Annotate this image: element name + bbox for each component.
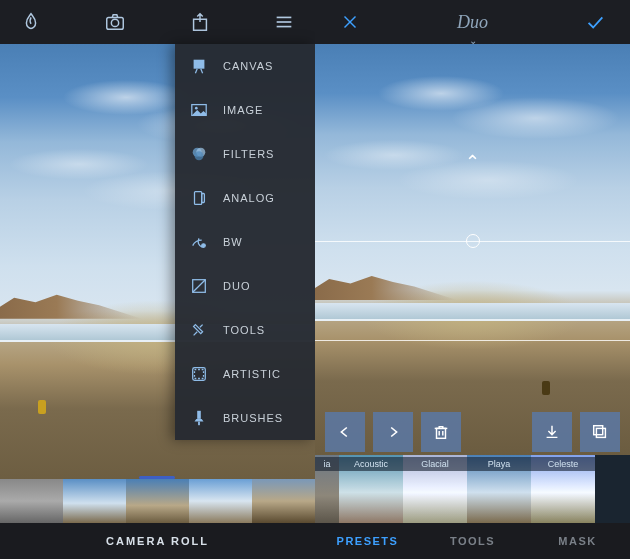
- right-photo-viewport[interactable]: ⌃: [315, 44, 630, 455]
- left-bottom-bar[interactable]: CAMERA ROLL: [0, 523, 315, 559]
- menu-label: IMAGE: [223, 104, 263, 116]
- camera-roll-thumbstrip[interactable]: [0, 479, 315, 523]
- share-icon[interactable]: [181, 3, 219, 41]
- thumb[interactable]: [63, 479, 126, 523]
- camera-icon[interactable]: [96, 3, 134, 41]
- menu-item-bw[interactable]: BW: [175, 220, 315, 264]
- preset-item[interactable]: Glacial: [403, 455, 467, 523]
- menu-label: BW: [223, 236, 243, 248]
- title-caret-icon: ⌄: [469, 36, 477, 46]
- thumb[interactable]: [252, 479, 315, 523]
- menu-item-duo[interactable]: DUO: [175, 264, 315, 308]
- redo-button[interactable]: [373, 412, 413, 452]
- mode-title: Duo: [457, 12, 488, 33]
- action-bar: [315, 409, 630, 455]
- left-toolbar: [0, 0, 315, 44]
- svg-point-16: [202, 244, 206, 248]
- confirm-button[interactable]: [576, 3, 614, 41]
- tools-icon: [189, 320, 209, 340]
- filters-icon: [189, 144, 209, 164]
- left-pane: CANVAS IMAGE FILTERS ANALOG BW DUO TOOLS: [0, 0, 315, 559]
- brushes-icon: [189, 408, 209, 428]
- image-icon: [189, 100, 209, 120]
- canvas-icon: [189, 56, 209, 76]
- menu-label: FILTERS: [223, 148, 274, 160]
- duo-icon: [189, 276, 209, 296]
- cancel-button[interactable]: [331, 3, 369, 41]
- menu-item-filters[interactable]: FILTERS: [175, 132, 315, 176]
- svg-rect-24: [437, 428, 446, 438]
- svg-line-18: [193, 280, 206, 293]
- menu-item-canvas[interactable]: CANVAS: [175, 44, 315, 88]
- gradient-center-handle[interactable]: [466, 234, 480, 248]
- right-pane: Duo ⌄ ⌃ ia Acoustic Glacial Playa Celes: [315, 0, 630, 559]
- menu-label: ANALOG: [223, 192, 275, 204]
- menu-label: ARTISTIC: [223, 368, 281, 380]
- menu-item-image[interactable]: IMAGE: [175, 88, 315, 132]
- camera-roll-label: CAMERA ROLL: [106, 535, 209, 547]
- bw-icon: [189, 232, 209, 252]
- download-button[interactable]: [532, 412, 572, 452]
- svg-rect-28: [596, 428, 605, 437]
- svg-line-7: [195, 69, 197, 74]
- svg-rect-6: [194, 60, 205, 69]
- right-toolbar: Duo ⌄: [315, 0, 630, 44]
- svg-rect-29: [594, 426, 603, 435]
- gradient-top-chevron-icon[interactable]: ⌃: [465, 151, 480, 173]
- menu-item-tools[interactable]: TOOLS: [175, 308, 315, 352]
- tab-presets[interactable]: PRESETS: [315, 535, 420, 547]
- menu-label: DUO: [223, 280, 250, 292]
- svg-rect-15: [202, 194, 205, 203]
- delete-button[interactable]: [421, 412, 461, 452]
- tab-mask[interactable]: MASK: [525, 535, 630, 547]
- thumb[interactable]: [126, 479, 189, 523]
- menu-item-artistic[interactable]: ARTISTIC: [175, 352, 315, 396]
- svg-point-1: [112, 19, 119, 26]
- menu-label: TOOLS: [223, 324, 265, 336]
- preset-item[interactable]: Celeste: [531, 455, 595, 523]
- tab-tools[interactable]: TOOLS: [420, 535, 525, 547]
- svg-rect-21: [198, 422, 200, 426]
- svg-line-8: [201, 69, 203, 74]
- preset-item[interactable]: ia: [315, 455, 339, 523]
- menu-item-analog[interactable]: ANALOG: [175, 176, 315, 220]
- menu-label: BRUSHES: [223, 412, 283, 424]
- preset-item[interactable]: Acoustic: [339, 455, 403, 523]
- right-bottom-tabs: PRESETS TOOLS MASK: [315, 523, 630, 559]
- gradient-bottom-line[interactable]: [315, 340, 630, 341]
- hamburger-menu-icon[interactable]: [265, 3, 303, 41]
- svg-rect-14: [195, 192, 202, 205]
- tools-dropdown: CANVAS IMAGE FILTERS ANALOG BW DUO TOOLS: [175, 44, 315, 440]
- undo-button[interactable]: [325, 412, 365, 452]
- svg-point-13: [195, 151, 204, 160]
- thumb[interactable]: [189, 479, 252, 523]
- artistic-icon: [189, 364, 209, 384]
- svg-rect-20: [197, 411, 201, 419]
- thumbstrip-indicator: [139, 476, 175, 479]
- menu-label: CANVAS: [223, 60, 273, 72]
- thumb[interactable]: [0, 479, 63, 523]
- preset-item-selected[interactable]: Playa: [467, 455, 531, 523]
- menu-item-brushes[interactable]: BRUSHES: [175, 396, 315, 440]
- copy-button[interactable]: [580, 412, 620, 452]
- app-logo-icon[interactable]: [12, 3, 50, 41]
- analog-icon: [189, 188, 209, 208]
- preset-strip[interactable]: ia Acoustic Glacial Playa Celeste: [315, 455, 630, 523]
- svg-point-10: [195, 107, 198, 110]
